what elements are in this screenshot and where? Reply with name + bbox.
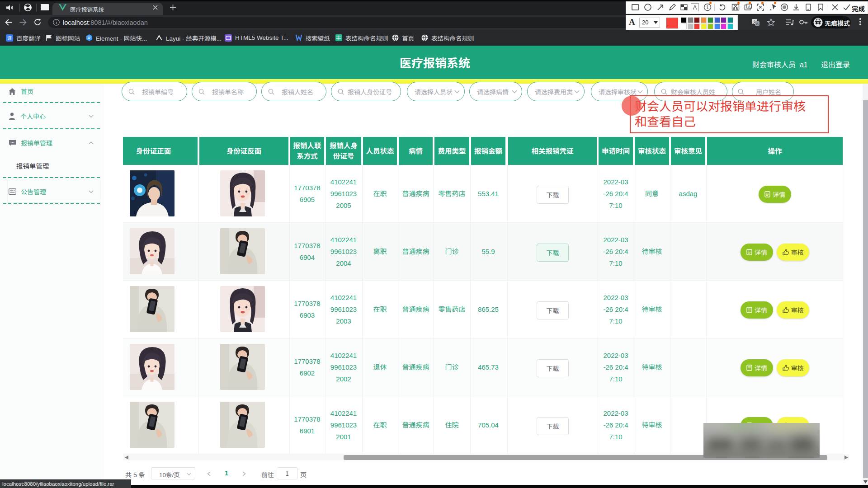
svg-text:1: 1 (706, 5, 709, 10)
svg-text:A: A (748, 5, 750, 8)
svg-text:译: 译 (7, 34, 12, 41)
svg-text:A: A (693, 4, 697, 11)
svg-text:A: A (756, 22, 759, 26)
